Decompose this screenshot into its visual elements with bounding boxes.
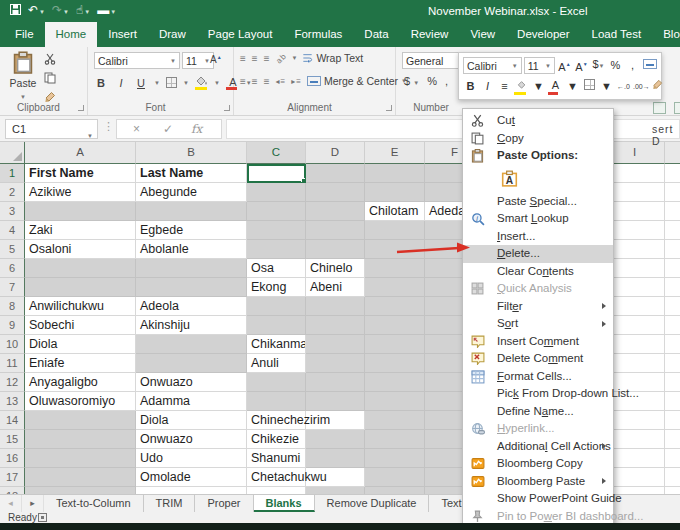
mini-format-painter-icon[interactable] (650, 79, 665, 94)
cell-J13[interactable] (665, 392, 680, 411)
cell-D12[interactable] (306, 373, 365, 392)
currency-format-icon[interactable]: $ ▼ (404, 75, 419, 87)
merge-center-button[interactable]: Merge & Center▼ (307, 75, 407, 87)
ribbon-tab-bloomberg[interactable]: Bloomberg (652, 22, 680, 47)
cell-E4[interactable] (365, 221, 425, 240)
menu-item-paste-options[interactable]: Paste Options: (463, 147, 613, 165)
menu-item-copy[interactable]: Copy (463, 130, 613, 148)
cell-E2[interactable] (365, 183, 425, 202)
paste-button[interactable]: Paste ▼ (6, 51, 40, 109)
sheet-tab-proper[interactable]: Proper (195, 495, 253, 512)
row-header-17[interactable]: 17 (0, 468, 25, 487)
menu-item-hyperlink[interactable]: Hyperlink... (463, 420, 613, 438)
cell-I17[interactable] (605, 468, 665, 487)
cell-J4[interactable] (665, 221, 680, 240)
cell-J8[interactable] (665, 297, 680, 316)
align-top-icon[interactable]: ≡ (240, 53, 247, 64)
cell-D4[interactable] (306, 221, 365, 240)
cell-J7[interactable] (665, 278, 680, 297)
cell-A1[interactable]: First Name (25, 164, 136, 183)
col-header-D[interactable]: D (306, 142, 365, 164)
cell-A6[interactable] (25, 259, 136, 278)
sheet-tab-blanks[interactable]: Blanks (254, 495, 315, 512)
cell-A5[interactable]: Osaloni (25, 240, 136, 259)
cell-C8[interactable] (247, 297, 306, 316)
mini-align-center-icon[interactable]: ≡ (497, 79, 512, 94)
fill-color-caret[interactable]: ▼ (214, 80, 220, 86)
cell-D1[interactable] (306, 164, 365, 183)
cell-D5[interactable] (306, 240, 365, 259)
align-bottom-icon[interactable]: ≡ (264, 53, 271, 64)
sheet-nav-left-icon[interactable]: ◂ (0, 495, 22, 512)
cell-J11[interactable] (665, 354, 680, 373)
row-header-10[interactable]: 10 (0, 335, 25, 354)
fill-color-icon[interactable] (195, 75, 208, 90)
menu-item-paste-special[interactable]: Paste Special... (463, 193, 613, 211)
row-header-11[interactable]: 11 (0, 354, 25, 373)
cell-A14[interactable] (25, 411, 136, 430)
cell-E6[interactable] (365, 259, 425, 278)
align-left-icon[interactable]: ≡ (240, 76, 247, 87)
cell-A12[interactable]: Anyagaligbo (25, 373, 136, 392)
menu-item-sort[interactable]: Sort (463, 315, 613, 333)
menu-item-bloomberg-copy[interactable]: Bloomberg Copy (463, 455, 613, 473)
cut-icon[interactable] (44, 53, 56, 67)
row-header-2[interactable]: 2 (0, 183, 25, 202)
cell-A2[interactable]: Azikiwe (25, 183, 136, 202)
cell-J12[interactable] (665, 373, 680, 392)
menu-item-delete[interactable]: Delete... (463, 245, 613, 263)
cell-A7[interactable] (25, 278, 136, 297)
cell-C11[interactable]: Anuli (247, 354, 306, 373)
cell-D6[interactable]: Chinelo (306, 259, 365, 278)
cell-C18[interactable] (247, 487, 306, 494)
decrease-indent-icon[interactable]: ◂≡ (276, 77, 287, 86)
cell-D15[interactable] (306, 430, 365, 449)
sheet-tab-text-to-column[interactable]: Text-to-Column (44, 495, 144, 512)
cell-A11[interactable]: Eniafe (25, 354, 136, 373)
row-header-18[interactable]: 18 (0, 487, 25, 494)
cell-J3[interactable] (665, 202, 680, 221)
cell-J9[interactable] (665, 316, 680, 335)
cell-I15[interactable] (605, 430, 665, 449)
cell-B15[interactable]: Onwuazo (136, 430, 247, 449)
cell-I8[interactable] (605, 297, 665, 316)
cell-D10[interactable] (306, 335, 365, 354)
menu-item-format-cells[interactable]: Format Cells... (463, 368, 613, 386)
cell-D18[interactable] (306, 487, 365, 494)
cell-C4[interactable] (247, 221, 306, 240)
cell-E1[interactable] (365, 164, 425, 183)
cell-B3[interactable] (136, 202, 247, 221)
menu-item-show-powerpoint-guide[interactable]: Show PowerPoint Guide (463, 490, 613, 508)
row-header-12[interactable]: 12 (0, 373, 25, 392)
borders-caret[interactable]: ▼ (183, 80, 189, 86)
ribbon-tab-file[interactable]: File (4, 22, 45, 47)
cell-I9[interactable] (605, 316, 665, 335)
name-box[interactable]: C1▼ (5, 119, 98, 139)
cell-I4[interactable] (605, 221, 665, 240)
cell-J6[interactable] (665, 259, 680, 278)
cell-C16[interactable]: Shanumi (247, 449, 306, 468)
font-dialog-launcher[interactable] (224, 105, 230, 111)
row-header-7[interactable]: 7 (0, 278, 25, 297)
underline-caret[interactable]: ▼ (154, 80, 160, 86)
menu-item-quick-analysis[interactable]: Quick Analysis (463, 280, 613, 298)
row-header-3[interactable]: 3 (0, 202, 25, 221)
cell-E14[interactable] (365, 411, 425, 430)
sheet-nav-right-icon[interactable]: ▸ (22, 495, 44, 512)
clipboard-dialog-launcher[interactable] (78, 105, 84, 111)
cell-C5[interactable] (247, 240, 306, 259)
cell-C9[interactable] (247, 316, 306, 335)
cell-A18[interactable] (25, 487, 136, 494)
cell-A3[interactable] (25, 202, 136, 221)
cell-E12[interactable] (365, 373, 425, 392)
cell-B6[interactable] (136, 259, 247, 278)
cell-I14[interactable] (605, 411, 665, 430)
wrap-text-button[interactable]: Wrap Text (302, 52, 363, 64)
cell-A17[interactable] (25, 468, 136, 487)
enter-icon[interactable]: ✓ (163, 122, 173, 136)
macro-record-icon[interactable] (38, 513, 47, 522)
cell-I10[interactable] (605, 335, 665, 354)
cell-J15[interactable] (665, 430, 680, 449)
bold-button[interactable]: B (94, 77, 108, 89)
cell-C7[interactable]: Ekong (247, 278, 306, 297)
